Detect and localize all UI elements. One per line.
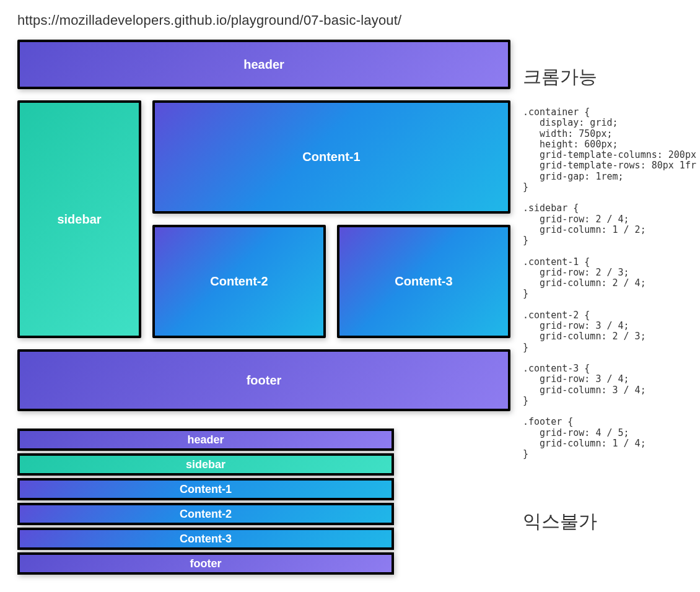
grid-sidebar: sidebar [17,100,141,338]
columns: header sidebar Content-1 Content-2 Conte… [17,40,688,577]
grid-header: header [17,40,510,89]
stack-content-2: Content-2 [17,503,394,525]
grid-layout-demo: header sidebar Content-1 Content-2 Conte… [17,40,510,411]
stack-footer: footer [17,552,394,575]
grid-content-2: Content-2 [152,225,326,338]
stack-content-1: Content-1 [17,478,394,500]
left-column: header sidebar Content-1 Content-2 Conte… [17,40,510,577]
stack-sidebar: sidebar [17,453,394,476]
grid-content-1: Content-1 [152,100,510,214]
heading-ie-unsupported: 익스불가 [523,509,696,534]
right-column: 크롬가능 .container { display: grid; width: … [510,40,696,552]
stack-header: header [17,429,394,451]
grid-content-3: Content-3 [337,225,510,338]
stack-content-3: Content-3 [17,528,394,550]
heading-chrome-supported: 크롬가능 [523,64,696,90]
source-url: https://mozilladevelopers.github.io/play… [17,12,688,28]
grid-footer: footer [17,349,510,411]
css-code-block: .container { display: grid; width: 750px… [523,107,696,459]
stacked-layout-demo: header sidebar Content-1 Content-2 Conte… [17,429,394,575]
